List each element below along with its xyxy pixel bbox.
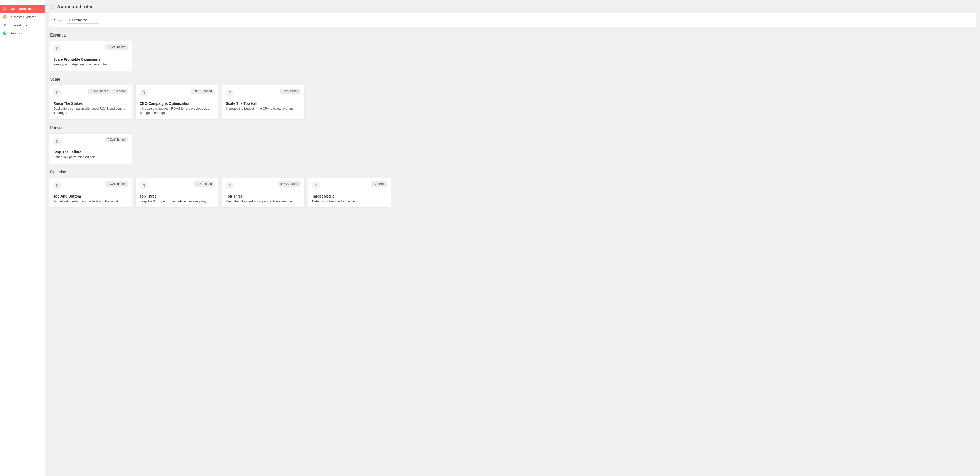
clipboard-icon [53,181,62,190]
svg-point-5 [3,10,4,10]
card-description: Increase the budget if the CPA is below … [226,107,301,111]
back-button[interactable] [50,5,55,9]
target-icon [3,14,7,19]
card-title: Raise The Stakes [53,101,128,105]
tag-badge: ROAS-based [105,45,128,50]
card-top: General [312,181,387,190]
rule-card[interactable]: ROAS-basedCBO Campaigns OptimizationIncr… [135,85,218,120]
sections-container: EssentialROAS-basedScale Profitable Camp… [49,33,977,208]
tag-badge: CPA-based [280,89,301,94]
card-top: ROAS-based [53,181,128,190]
rule-card[interactable]: GeneralTarget MetricDetect your best-per… [308,177,391,208]
card-title: CBO Campaigns Optimization [140,101,214,105]
section-title: Pause [50,126,977,130]
card-top: CPA-based [140,181,214,190]
tag-row: ROAS-based [191,89,214,94]
card-title: Stop The Failure [53,150,128,154]
tag-badge: General [371,181,387,187]
rule-card[interactable]: CPA-basedScale The Top HalfIncrease the … [221,85,305,120]
rule-card[interactable]: ROAS-basedTop ThreeKeep the 3 top perfor… [221,177,305,208]
tag-badge: ROAS-based [278,181,301,187]
clipboard-icon [140,181,148,190]
card-description: Duplicate a campaign with good ROAS and … [53,107,128,115]
section-title: Scale [50,77,977,82]
svg-point-9 [5,17,5,17]
section: OptimiseROAS-basedTop And BottomTag ad s… [49,170,977,208]
card-grid: ROAS-basedScale Profitable CampaignsKeep… [49,41,977,71]
sidebar: Automated Rules Interests Explorer Integ… [0,0,45,476]
svg-point-12 [4,25,5,26]
card-grid: ROAS-basedGeneralRaise The StakesDuplica… [49,85,977,120]
section: PauseROAS-basedStop The FailurePause low… [49,126,977,164]
card-description: Tag ad sets performing the best and the … [53,199,128,204]
tag-row: ROAS-based [278,181,301,187]
support-icon [3,31,7,35]
group-label: Group [54,18,63,22]
section-title: Optimise [50,170,977,174]
automated-rules-icon [3,6,7,11]
clipboard-icon [53,89,62,97]
page-header: Automated rules [50,4,977,10]
rule-card[interactable]: ROAS-basedStop The FailurePause low-perf… [49,133,132,164]
main-content: Automated rules Group E-commerce Essenti… [45,0,980,476]
card-title: Scale Profitable Campaigns [53,57,128,61]
section-title: Essential [50,33,977,38]
svg-point-0 [5,7,5,8]
section: EssentialROAS-basedScale Profitable Camp… [49,33,977,71]
sidebar-item-support[interactable]: Support [0,29,45,37]
clipboard-icon [226,89,234,97]
card-description: Keep the 3 top performing ads active eve… [226,199,301,204]
card-top: ROAS-based [53,137,128,145]
tag-badge: ROAS-based [105,137,128,142]
card-top: ROAS-based [226,181,301,190]
chevron-down-icon [94,18,97,22]
sidebar-item-label: Automated Rules [10,7,35,11]
sidebar-item-integrations[interactable]: Integrations [0,21,45,29]
tag-badge: ROAS-based [191,89,214,94]
card-description: Keep the 3 top performing ads active eve… [140,199,214,204]
tag-badge: CPA-based [194,181,214,187]
card-description: Keep your budget spend under control [53,62,128,67]
sidebar-item-automated-rules[interactable]: Automated Rules [0,5,45,13]
tag-badge: ROAS-based [105,181,128,187]
card-title: Top And Bottom [53,194,128,198]
rule-card[interactable]: ROAS-basedTop And BottomTag ad sets perf… [49,177,132,208]
card-description: Detect your best-performing ads [312,199,387,204]
card-top: ROAS-based [53,45,128,53]
tag-row: CPA-based [194,181,214,187]
card-top: CPA-based [226,89,301,97]
card-grid: ROAS-basedStop The FailurePause low-perf… [49,133,977,164]
tag-row: ROAS-based [105,137,128,142]
card-top: ROAS-basedGeneral [53,89,128,97]
tag-row: CPA-based [280,89,301,94]
card-description: Pause low-performing ad sets [53,155,128,160]
clipboard-icon [226,181,234,190]
group-filter-bar: Group E-commerce [49,13,977,27]
tag-badge: General [112,89,128,94]
sidebar-item-label: Interests Explorer [10,15,36,19]
card-grid: ROAS-basedTop And BottomTag ad sets perf… [49,177,977,208]
rule-card[interactable]: ROAS-basedGeneralRaise The StakesDuplica… [49,85,132,120]
group-select[interactable]: E-commerce [66,17,99,24]
card-title: Scale The Top Half [226,101,301,105]
sidebar-item-label: Integrations [10,23,27,27]
tag-row: ROAS-basedGeneral [88,89,128,94]
tag-badge: ROAS-based [88,89,111,94]
card-description: Increase the budget if ROAS for the prev… [140,107,214,115]
clipboard-icon [140,89,148,97]
tag-row: ROAS-based [105,181,128,187]
card-title: Top Three [226,194,301,198]
clipboard-icon [312,181,320,190]
svg-point-6 [6,10,6,10]
card-title: Target Metric [312,194,387,198]
card-top: ROAS-based [140,89,214,97]
page-title: Automated rules [57,4,94,10]
card-title: Top Three [140,194,214,198]
integrations-icon [3,23,7,27]
clipboard-icon [53,45,62,53]
tag-row: ROAS-based [105,45,128,50]
section: ScaleROAS-basedGeneralRaise The StakesDu… [49,77,977,120]
rule-card[interactable]: ROAS-basedScale Profitable CampaignsKeep… [49,41,132,71]
rule-card[interactable]: CPA-basedTop ThreeKeep the 3 top perform… [135,177,218,208]
sidebar-item-interests-explorer[interactable]: Interests Explorer [0,13,45,21]
